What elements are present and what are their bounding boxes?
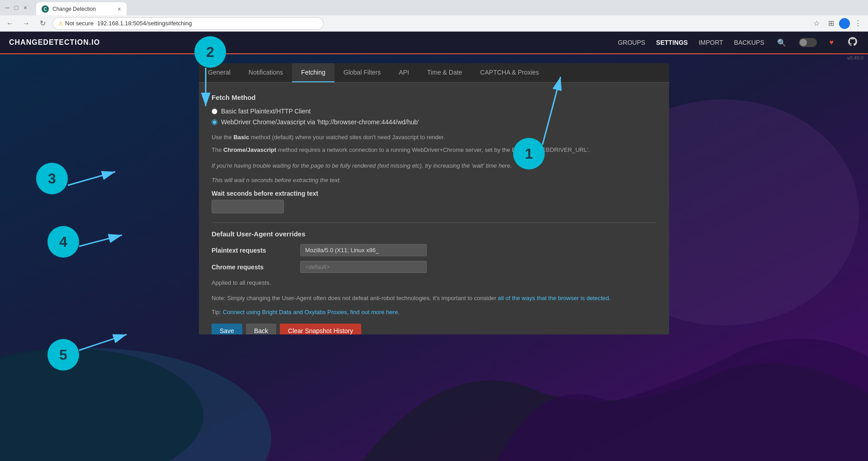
tab-bar: C Change Detection × [33,0,130,16]
main-content: General Notifications Fetching Global Fi… [0,54,868,461]
note-text: Note: Simply changing the User-Agent oft… [212,294,656,303]
annotation-5: 5 [47,339,79,371]
menu-button[interactable]: ⋮ [852,17,864,30]
tip-text: Tip: Connect using Bright Data and Oxyla… [212,309,656,315]
help-chrome-text: The Chrome/Javascript method requires a … [212,146,656,155]
browser-tab[interactable]: C Change Detection × [36,2,127,16]
fetch-method-title: Fetch Method [212,94,656,101]
profile-avatar[interactable] [839,18,850,29]
address-security-label: Not secure [65,20,94,27]
annotation-5-label: 5 [59,347,67,363]
brand-change: CHANGEDETECTION.IO [9,38,100,46]
browser-actions: ☆ ⊞ ⋮ [810,17,864,30]
ua-section-title: Default User-Agent overrides [212,230,656,238]
annotation-4-label: 4 [59,234,67,250]
annotation-3-label: 3 [48,170,56,187]
fetch-method-radio-group: Basic fast Plaintext/HTTP Client WebDriv… [212,108,656,126]
search-button[interactable]: 🔍 [775,38,788,47]
help-basic-text: Use the Basic method (default) where you… [212,133,656,142]
annotation-1: 1 [513,138,545,169]
address-bar[interactable]: ⚠ Not secure 192.168.1.18:5054/settings#… [52,17,324,30]
security-icon: ⚠ [58,20,63,27]
ua-chrome-label: Chrome requests [212,263,293,271]
radio-basic-label: Basic fast Plaintext/HTTP Client [221,108,311,115]
tab-close-icon[interactable]: × [118,5,121,13]
ua-grid: Plaintext requests Chrome requests [212,244,656,273]
applied-note: Applied to all requests. [212,278,656,287]
heart-button[interactable]: ♥ [828,38,836,47]
tab-fetching[interactable]: Fetching [292,63,335,82]
ua-plaintext-input[interactable] [300,244,427,256]
address-url: 192.168.1.18:5054/settings#fetching [97,20,192,27]
forward-nav-button[interactable]: → [20,17,33,30]
github-button[interactable] [846,37,859,48]
italic-note-1: If you're having trouble waiting for the… [212,161,656,170]
maximize-button[interactable]: □ [13,4,20,11]
annotation-3: 3 [36,163,68,194]
settings-body: Fetch Method Basic fast Plaintext/HTTP C… [199,83,669,334]
tab-time-date[interactable]: Time & Date [418,63,471,82]
tab-api[interactable]: API [390,63,418,82]
back-button[interactable]: Back [246,324,276,334]
tab-title: Change Detection [52,6,96,12]
wait-section: If you're having trouble waiting for the… [212,161,656,213]
wait-seconds-input[interactable]: 5 [212,200,284,213]
minimize-button[interactable]: ─ [4,4,11,11]
annotation-1-label: 1 [525,146,533,162]
divider-1 [212,222,656,223]
annotation-2-label: 2 [206,44,214,61]
action-buttons: Save Back Clear Snapshot History [212,324,656,334]
tab-favicon: C [42,5,49,13]
tab-global-filters[interactable]: Global Filters [335,63,390,82]
save-button[interactable]: Save [212,324,242,334]
clear-snapshot-button[interactable]: Clear Snapshot History [280,324,361,334]
nav-groups[interactable]: GROUPS [618,39,646,46]
browser-titlebar: ─ □ × C Change Detection × [0,0,868,15]
radio-webdriver-input[interactable] [212,119,217,125]
annotation-4: 4 [47,226,79,258]
browser-controls: ─ □ × [4,4,29,11]
note-link[interactable]: all of the ways that the browser is dete… [498,295,609,301]
settings-tabs: General Notifications Fetching Global Fi… [199,63,669,83]
refresh-button[interactable]: ↻ [36,17,49,30]
tab-captcha-proxies[interactable]: CAPTCHA & Proxies [471,63,548,82]
back-nav-button[interactable]: ← [4,17,16,30]
ua-plaintext-label: Plaintext requests [212,247,293,254]
nav-backups[interactable]: BACKUPS [734,39,764,46]
radio-webdriver-label: WebDriver Chrome/Javascript via 'http://… [221,118,419,126]
version-badge: v0.49.0 [847,55,863,61]
radio-basic-input[interactable] [212,108,217,114]
close-button[interactable]: × [22,4,29,11]
settings-panel: General Notifications Fetching Global Fi… [199,63,669,334]
nav-settings[interactable]: SETTINGS [656,39,688,46]
radio-basic[interactable]: Basic fast Plaintext/HTTP Client [212,108,656,115]
ua-chrome-input[interactable] [300,261,427,273]
address-bar-row: ← → ↻ ⚠ Not secure 192.168.1.18:5054/set… [0,15,868,32]
theme-toggle[interactable] [799,38,817,47]
nav-import[interactable]: IMPORT [698,39,723,46]
tip-link[interactable]: Connect using Bright Data and Oxylabs Pr… [223,309,400,315]
browser-chrome: ─ □ × C Change Detection × ← → ↻ ⚠ Not s… [0,0,868,32]
annotation-2: 2 [194,36,226,68]
wait-label: Wait seconds before extracting text [212,190,656,197]
italic-note-2: This will wait n seconds before extracti… [212,176,656,185]
tab-notifications[interactable]: Notifications [240,63,292,82]
bookmark-button[interactable]: ☆ [810,17,823,30]
toggle-knob [800,39,807,46]
svg-text:C: C [43,7,47,12]
brand-logo: CHANGEDETECTION.IO [9,38,100,47]
extensions-button[interactable]: ⊞ [825,17,837,30]
app-container: CHANGEDETECTION.IO GROUPS SETTINGS IMPOR… [0,32,868,461]
navbar: CHANGEDETECTION.IO GROUPS SETTINGS IMPOR… [0,32,868,54]
radio-webdriver[interactable]: WebDriver Chrome/Javascript via 'http://… [212,118,656,126]
nav-links: GROUPS SETTINGS IMPORT BACKUPS 🔍 ♥ [618,37,859,48]
